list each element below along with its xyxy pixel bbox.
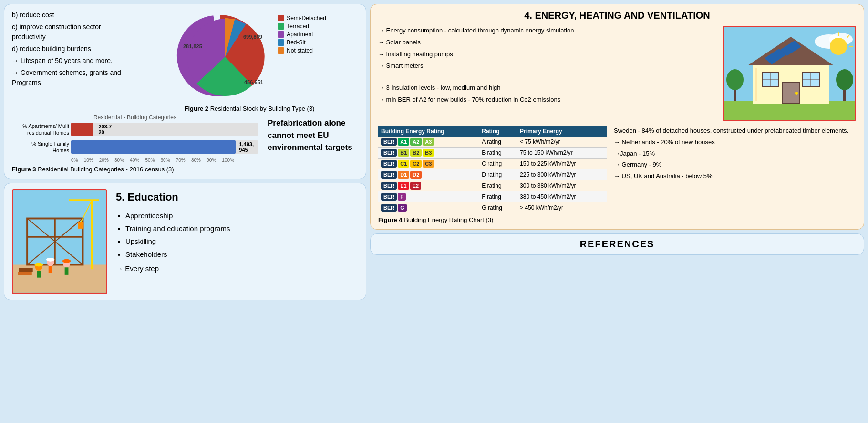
energy-title: 4. ENERGY, HEATING AND VENTILATION (378, 10, 856, 21)
svg-point-44 (795, 92, 798, 95)
ber-badges-cell: BERG (378, 202, 479, 213)
figure4-label: Figure 4 (378, 216, 403, 223)
bar-label-single-family: % Single FamilyHomes (12, 140, 69, 154)
svg-rect-32 (724, 101, 856, 121)
right-column: 4. ENERGY, HEATING AND VENTILATION → Ene… (370, 4, 864, 419)
bar-section: Residential - Building Categories % Apar… (12, 114, 258, 173)
figure4-caption: Figure 4 Building Energy Rating Chart (3… (378, 216, 607, 223)
ber-badge-b3: B3 (423, 149, 434, 157)
edu-item-training: Training and education programs (125, 222, 354, 235)
ber-badge-ber: BER (381, 204, 397, 212)
bar-row-apartments: % Apartments/ Mulitresidential Homes 203… (12, 123, 258, 137)
construction-image (12, 189, 107, 294)
svg-rect-24 (19, 268, 33, 272)
ber-badge-c3: C3 (423, 160, 434, 168)
edu-item-apprenticeship: Apprenticeship (125, 209, 354, 222)
ber-header-letter: Rating (479, 126, 517, 137)
top-card: b) reduce cost c) improve construction s… (4, 4, 366, 179)
energy-card: 4. ENERGY, HEATING AND VENTILATION → Ene… (370, 4, 864, 230)
ber-badge-e2: E2 (410, 182, 421, 190)
references-card: REFERENCES (370, 233, 864, 255)
figure2-caption: Figure 2 Residential Stock by Building T… (185, 105, 315, 112)
legend-label-terraced: Terraced (287, 23, 309, 30)
text-line-5: → Government schemes, grants and Program… (12, 68, 136, 88)
bar-track-apartments: 203,720 (71, 123, 258, 136)
legend-bed-sit: Bed-Sit (278, 39, 326, 46)
every-step-text: → Every step (116, 264, 354, 273)
legend-label-semi-detached: Semi-Detached (287, 15, 326, 21)
ber-energy-cell: 300 to 380 kWh/m2/yr (517, 180, 607, 191)
ber-energy-cell: < 75 kWh/m2/yr (517, 137, 607, 148)
ber-energy-cell: 380 to 450 kWh/m2/yr (517, 191, 607, 202)
ber-stat-japan: →Japan - 15% (614, 149, 856, 159)
svg-point-29 (726, 69, 744, 90)
energy-body: → Energy consumption - calculated throug… (378, 26, 856, 121)
ber-badge-ber: BER (381, 193, 397, 201)
main-layout: b) reduce cost c) improve construction s… (0, 0, 868, 423)
pie-section: 699,869 456,651 281,825 Semi-Detached (141, 10, 358, 112)
ber-stat-us: → US, UK and Australia - below 5% (614, 171, 856, 181)
pie-legend: Semi-Detached Terraced Apartment (278, 15, 326, 54)
svg-point-22 (62, 259, 71, 263)
ber-rating-cell: G rating (479, 202, 517, 213)
bar-value-apartments: 203,720 (99, 124, 112, 135)
ber-stat-sweden: Sweden - 84% of detached houses, constru… (614, 126, 856, 136)
bar-fill-apartments: 203,720 (71, 123, 93, 136)
energy-bullet-5: → 3 insulation levels - low, medium and … (378, 83, 717, 93)
text-line-4: → Lifespan of 50 years and more. (12, 56, 136, 66)
ber-badge-b2: B2 (410, 149, 422, 157)
ber-rating-cell: D rating (479, 169, 517, 180)
legend-color-not-stated (278, 47, 284, 54)
ber-badge-d1: D1 (398, 171, 409, 179)
figure2-text: Residential Stock by Building Type (3) (210, 105, 315, 112)
ber-header-energy: Primary Energy (517, 126, 607, 137)
education-content: 5. Education Apprenticeship Training and… (112, 189, 358, 294)
ber-badge-c1: C1 (398, 160, 409, 168)
svg-point-21 (46, 258, 54, 262)
ber-table: Building Energy Rating Rating Primary En… (378, 126, 607, 213)
svg-rect-19 (65, 268, 69, 275)
svg-rect-17 (49, 266, 52, 274)
legend-label-apartment: Apartment (287, 31, 313, 38)
ber-badge-ber: BER (381, 138, 397, 146)
svg-point-46 (830, 38, 847, 55)
legend-color-bed-sit (278, 39, 284, 46)
text-line-3: d) reduce building burdens (12, 44, 136, 54)
energy-bullet-3: → Installing heating pumps (378, 50, 717, 60)
text-line-2: c) improve construction sector productiv… (12, 22, 136, 42)
svg-rect-15 (37, 271, 41, 278)
energy-bullet-1: → Energy consumption - calculated throug… (378, 26, 717, 36)
legend-label-bed-sit: Bed-Sit (287, 39, 305, 46)
ber-badges-cell: BERD1D2 (378, 169, 479, 180)
ber-badges-cell: BERF (378, 191, 479, 202)
energy-house-image (723, 26, 856, 121)
bar-fill-single-family: 1,493,945 (71, 140, 236, 154)
ber-energy-cell: > 450 kWh/m2/yr (517, 202, 607, 213)
ber-badge-g: G (398, 204, 407, 212)
figure2-label: Figure 2 (185, 105, 209, 112)
svg-text:281,825: 281,825 (183, 43, 202, 49)
bar-and-prefab: Residential - Building Categories % Apar… (12, 112, 358, 173)
edu-item-upskilling: Upskilling (125, 235, 354, 248)
ber-stat-netherlands: → Netherlands - 20% of new houses (614, 137, 856, 148)
legend-not-stated: Not stated (278, 47, 326, 54)
pie-and-legend: 699,869 456,651 281,825 Semi-Detached (173, 10, 326, 102)
bar-value-single-family: 1,493,945 (239, 141, 254, 153)
education-list: Apprenticeship Training and education pr… (116, 209, 354, 261)
figure4-text: Building Energy Rating Chart (3) (404, 216, 493, 223)
ber-energy-cell: 150 to 225 kWh/m2/yr (517, 159, 607, 169)
figure3-text: Residential Building Categories - 2016 c… (38, 166, 174, 173)
ber-badge-ber: BER (381, 149, 397, 157)
pie-wrapper: 699,869 456,651 281,825 (173, 10, 268, 102)
svg-rect-13 (78, 222, 84, 229)
ber-badges-cell: BERA1A2A3 (378, 137, 479, 148)
edu-item-stakeholders: Stakeholders (125, 248, 354, 261)
ber-rating-cell: E rating (479, 180, 517, 191)
ber-badge-ber: BER (381, 171, 397, 179)
legend-terraced: Terraced (278, 23, 326, 30)
energy-bullet-4: → Smart meters (378, 61, 717, 71)
pie-chart-svg2: 699,869 456,651 281,825 (173, 10, 278, 103)
bar-chart-title: Residential - Building Categories (12, 114, 258, 121)
prefab-note: Prefabrication alone cannot meet EU envi… (263, 112, 358, 159)
ber-badge-c2: C2 (410, 160, 422, 168)
